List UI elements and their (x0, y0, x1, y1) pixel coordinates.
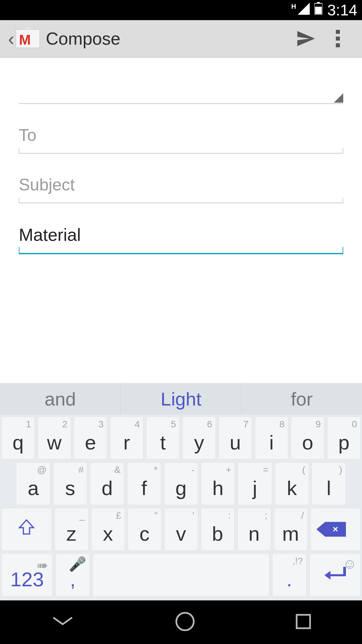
key-space[interactable] (93, 553, 269, 596)
key-numbers[interactable]: ➠ 123 (1, 553, 53, 596)
key-z[interactable]: _z (55, 508, 88, 551)
key-r[interactable]: 4r (110, 417, 143, 460)
svg-marker-0 (298, 3, 310, 15)
key-c[interactable]: "c (128, 508, 162, 551)
key-g[interactable]: -g (164, 462, 198, 505)
key-q[interactable]: 1q (1, 417, 35, 460)
key-row-1: 1q 2w 3e 4r 5t 6y 7u 8i 9o 0p (1, 417, 361, 460)
subject-placeholder: Subject (19, 175, 75, 194)
to-field[interactable]: To (19, 125, 343, 154)
nav-bar (0, 600, 362, 644)
key-x[interactable]: £x (91, 508, 125, 551)
key-u[interactable]: 7u (219, 417, 252, 460)
key-n[interactable]: ;n (237, 508, 271, 551)
key-a[interactable]: @a (16, 462, 50, 505)
signal-icon (298, 2, 310, 18)
nav-back-button[interactable] (49, 615, 76, 630)
chevron-down-icon (49, 615, 76, 628)
keyboard: and Light for 1q 2w 3e 4r 5t 6y 7u 8i 9o… (0, 383, 362, 600)
key-enter[interactable]: ☺ (309, 553, 361, 596)
emoji-icon: ☺ (343, 556, 357, 572)
key-h[interactable]: +h (201, 462, 235, 505)
key-f[interactable]: *f (127, 462, 161, 505)
key-s[interactable]: #s (53, 462, 87, 505)
key-j[interactable]: =j (238, 462, 272, 505)
page-title: Compose (46, 29, 290, 49)
key-row-4: ➠ 123 🎤 , ,!? . ☺ (1, 553, 361, 596)
from-field[interactable] (19, 80, 343, 104)
send-button[interactable] (290, 22, 322, 55)
key-shift[interactable] (1, 508, 52, 551)
body-text: Material (19, 225, 81, 245)
key-l[interactable]: )l (312, 462, 346, 505)
network-h-label: H (291, 3, 296, 10)
overflow-icon (336, 30, 340, 47)
key-d[interactable]: &d (90, 462, 124, 505)
suggestion-left[interactable]: and (0, 383, 120, 415)
shift-icon (17, 518, 36, 541)
key-e[interactable]: 3e (74, 417, 107, 460)
nav-recent-button[interactable] (294, 612, 313, 632)
swipe-icon: ➠ (37, 557, 48, 574)
status-clock: 3:14 (327, 1, 357, 19)
key-m[interactable]: /m (274, 508, 308, 551)
suggestion-right[interactable]: for (241, 383, 362, 415)
back-chevron-icon[interactable]: ‹ (8, 28, 14, 50)
svg-point-4 (176, 613, 194, 630)
key-y[interactable]: 6y (182, 417, 216, 460)
key-row-3: _z £x "c 'v :b ;n /m × (1, 508, 361, 551)
key-t[interactable]: 5t (146, 417, 180, 460)
key-i[interactable]: 8i (255, 417, 288, 460)
mic-icon: 🎤 (69, 556, 86, 572)
key-p[interactable]: 0p (327, 417, 361, 460)
overflow-menu-button[interactable] (322, 22, 354, 55)
subject-field[interactable]: Subject (19, 175, 343, 203)
key-row-2: @a #s &d *f -g +h =j (k )l (1, 462, 361, 505)
body-field[interactable]: Material (19, 225, 343, 254)
circle-icon (174, 611, 196, 632)
key-v[interactable]: 'v (164, 508, 198, 551)
key-k[interactable]: (k (275, 462, 309, 505)
suggestion-center[interactable]: Light (120, 383, 241, 415)
compose-area: To Subject Material (0, 58, 362, 383)
suggestion-bar: and Light for (0, 383, 362, 415)
to-placeholder: To (19, 126, 37, 145)
battery-icon (314, 2, 322, 18)
nav-home-button[interactable] (174, 611, 196, 634)
key-backspace[interactable]: × (310, 508, 361, 551)
key-w[interactable]: 2w (38, 417, 71, 460)
backspace-icon: × (323, 522, 348, 537)
key-period[interactable]: ,!? . (272, 553, 307, 596)
action-bar: ‹ M Compose (0, 20, 362, 58)
status-bar: H 3:14 (0, 0, 362, 20)
key-comma[interactable]: 🎤 , (55, 553, 90, 596)
svg-rect-3 (315, 7, 322, 14)
spinner-triangle-icon (334, 93, 343, 103)
key-o[interactable]: 9o (291, 417, 324, 460)
key-b[interactable]: :b (201, 508, 235, 551)
gmail-icon[interactable]: M (16, 29, 40, 48)
svg-rect-5 (297, 615, 310, 628)
square-icon (294, 612, 313, 631)
